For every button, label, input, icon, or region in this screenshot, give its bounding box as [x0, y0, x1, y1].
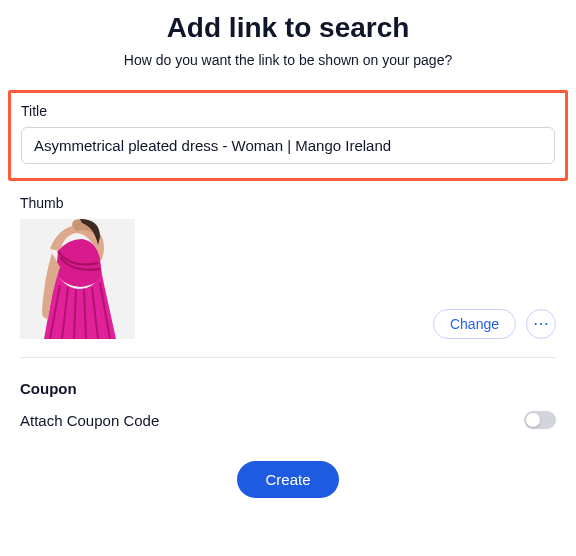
page-subtitle: How do you want the link to be shown on …	[20, 52, 556, 68]
title-label: Title	[21, 103, 555, 119]
coupon-attach-label: Attach Coupon Code	[20, 412, 159, 429]
change-button[interactable]: Change	[433, 309, 516, 339]
thumb-label: Thumb	[20, 195, 556, 211]
coupon-toggle[interactable]	[524, 411, 556, 429]
more-button[interactable]: ⋯	[526, 309, 556, 339]
dress-illustration-icon	[20, 219, 135, 339]
toggle-knob	[526, 413, 540, 427]
divider	[20, 357, 556, 358]
title-highlight-box: Title	[8, 90, 568, 181]
title-input[interactable]	[21, 127, 555, 164]
page-title: Add link to search	[20, 12, 556, 44]
coupon-row: Attach Coupon Code	[20, 411, 556, 429]
thumb-row: Change ⋯	[20, 219, 556, 339]
coupon-heading: Coupon	[20, 380, 556, 397]
create-button[interactable]: Create	[237, 461, 338, 498]
thumb-image	[20, 219, 135, 339]
thumb-actions: Change ⋯	[433, 309, 556, 339]
